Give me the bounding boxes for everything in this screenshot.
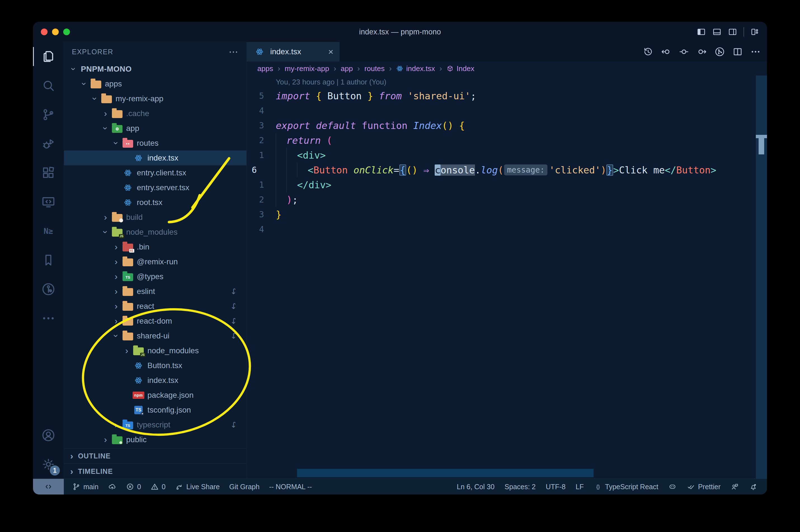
zoom-window-button[interactable] <box>63 28 70 35</box>
tree-item-index-tsx[interactable]: index.tsx <box>64 373 246 388</box>
tree-item--remix-run[interactable]: ›@remix-run <box>64 254 246 269</box>
breadcrumb-item-index[interactable]: Index <box>446 64 474 73</box>
tree-item--cache[interactable]: ›.cache <box>64 106 246 121</box>
status-item-ln-6-col-30[interactable]: Ln 6, Col 30 <box>457 483 495 491</box>
breadcrumb-item-my-remix-app[interactable]: my-remix-app <box>285 64 329 73</box>
tab-index-tsx[interactable]: index.tsx × <box>247 42 340 61</box>
section-label: OUTLINE <box>78 452 111 460</box>
code-area[interactable]: You, 23 hours ago | 1 author (You) 5impo… <box>247 76 767 479</box>
activity-bar-item-bookmarks[interactable] <box>33 246 64 275</box>
status-item-main[interactable]: main <box>72 482 98 491</box>
current-change-icon[interactable] <box>679 46 689 57</box>
code-line-5[interactable]: 5import { Button } from 'shared-ui'; <box>247 89 767 103</box>
toggle-primary-sidebar-icon[interactable] <box>697 27 706 37</box>
activity-bar-item-run-debug[interactable] <box>33 129 64 158</box>
status-item-lf[interactable]: LF <box>576 483 584 491</box>
tree-item-routes[interactable]: ›●●routes <box>64 136 246 151</box>
status-item-bell-icon[interactable] <box>749 482 758 491</box>
navigate-forward-icon[interactable] <box>697 46 707 57</box>
navigate-back-icon[interactable] <box>661 46 671 57</box>
tree-item-node-modules[interactable]: ›JSnode_modules <box>64 343 246 358</box>
tree-item-build[interactable]: ›build <box>64 210 246 225</box>
code-line-4[interactable]: 4 <box>247 103 767 118</box>
tree-item--types[interactable]: ›TS@types <box>64 269 246 284</box>
status-item-live-share[interactable]: Live Share <box>175 482 220 491</box>
code-line-3[interactable]: 3} <box>247 207 767 222</box>
activity-bar-item-more-views[interactable] <box>33 304 64 333</box>
status-item-0[interactable]: 0 <box>151 482 166 491</box>
activity-bar-item-remote-explorer[interactable] <box>33 187 64 216</box>
activity-bar-item-settings[interactable]: 1 <box>33 450 64 479</box>
window-controls[interactable] <box>41 22 70 42</box>
tree-item-apps[interactable]: ›apps <box>64 76 246 91</box>
tree-item-index-tsx[interactable]: index.tsx <box>64 151 246 165</box>
vertical-scrollbar[interactable] <box>756 76 767 479</box>
tree-item-package-json[interactable]: npmpackage.json <box>64 388 246 402</box>
remote-indicator[interactable] <box>33 479 64 495</box>
minimize-window-button[interactable] <box>52 28 59 35</box>
tree-item-node-modules[interactable]: ›JSnode_modules <box>64 225 246 240</box>
views-and-more-actions-icon[interactable]: ⋯ <box>229 46 239 57</box>
activity-bar-item-nx-console[interactable]: N≥ <box>33 216 64 246</box>
close-tab-icon[interactable]: × <box>328 47 334 57</box>
tree-item-typescript[interactable]: ›TStypescript↪ <box>64 417 246 432</box>
scrollbar-thumb[interactable] <box>759 138 764 154</box>
code-line-1[interactable]: 1<div> <box>247 148 767 163</box>
status-item-spaces-2[interactable]: Spaces: 2 <box>504 483 536 491</box>
line-number: 6 <box>247 165 276 175</box>
status-item-prettier[interactable]: Prettier <box>687 482 721 491</box>
tree-item-react-dom[interactable]: ›react-dom↪ <box>64 314 246 328</box>
file-history-icon[interactable] <box>643 46 653 57</box>
react-icon <box>132 154 145 162</box>
tree-item-shared-ui[interactable]: ›shared-ui↪ <box>64 328 246 343</box>
section-timeline[interactable]: ›TIMELINE <box>64 463 246 479</box>
activity-bar-item-search[interactable] <box>33 71 64 100</box>
more-actions-icon[interactable] <box>750 46 761 57</box>
status-item-copilot-icon[interactable] <box>668 482 677 491</box>
activity-bar-item-gitlens[interactable] <box>33 275 64 304</box>
breadcrumb-item-index-tsx[interactable]: index.tsx <box>396 64 435 73</box>
horizontal-scrollbar[interactable] <box>297 469 594 477</box>
tree-item-public[interactable]: ›☻public <box>64 432 246 447</box>
code-line-2[interactable]: 2return ( <box>247 133 767 148</box>
status-item-git-graph[interactable]: Git Graph <box>229 483 260 491</box>
tree-item--bin[interactable]: ›01.bin <box>64 240 246 254</box>
tree-item-entry-server-tsx[interactable]: entry.server.tsx <box>64 180 246 195</box>
code-line-6[interactable]: 6<Button onClick={() ⇒ console.log(messa… <box>247 163 767 177</box>
tree-item-entry-client-tsx[interactable]: entry.client.tsx <box>64 165 246 180</box>
activity-bar-item-explorer[interactable] <box>33 42 64 71</box>
status-item--normal-[interactable]: -- NORMAL -- <box>269 483 312 491</box>
tree-item-eslint[interactable]: ›eslint↪ <box>64 284 246 299</box>
code-line-3[interactable]: 3export default function Index() { <box>247 118 767 133</box>
tree-root-pnpm-mono[interactable]: ›PNPM-MONO <box>64 61 246 76</box>
activity-bar-item-accounts[interactable] <box>33 421 64 450</box>
close-window-button[interactable] <box>41 28 47 35</box>
chevron-right-icon: › <box>111 301 121 311</box>
breadcrumb-item-routes[interactable]: routes <box>364 64 385 73</box>
tree-item-my-remix-app[interactable]: ›my-remix-app <box>64 91 246 106</box>
section-outline[interactable]: ›OUTLINE <box>64 448 246 463</box>
activity-bar-item-extensions[interactable] <box>33 158 64 187</box>
status-item-cloud-upload-icon[interactable] <box>108 482 116 491</box>
tree-item-react[interactable]: ›react↪ <box>64 299 246 314</box>
code-line-4[interactable]: 4 <box>247 222 767 236</box>
status-item-utf-8[interactable]: UTF-8 <box>546 483 566 491</box>
tree-item-button-tsx[interactable]: Button.tsx <box>64 358 246 373</box>
tree-item-root-tsx[interactable]: root.tsx <box>64 195 246 210</box>
status-item-feedback-icon[interactable] <box>731 482 739 491</box>
tree-item-app[interactable]: ›⚙app <box>64 121 246 136</box>
npm-icon: npm <box>132 392 145 399</box>
breadcrumb-item-apps[interactable]: apps <box>258 64 273 73</box>
activity-bar-item-source-control[interactable] <box>33 100 64 129</box>
status-item-0[interactable]: 0 <box>126 482 141 491</box>
toggle-panel-icon[interactable] <box>712 27 722 37</box>
breadcrumb-item-app[interactable]: app <box>341 64 353 73</box>
split-editor-icon[interactable] <box>732 46 743 57</box>
code-line-2[interactable]: 2); <box>247 192 767 207</box>
status-item-typescript-react[interactable]: {}TypeScript React <box>594 482 658 491</box>
code-line-1[interactable]: 1</div> <box>247 177 767 192</box>
tree-item-tsconfig-json[interactable]: TStsconfig.json <box>64 402 246 417</box>
gitlens-graph-icon[interactable] <box>715 46 725 57</box>
customize-layout-icon[interactable] <box>750 27 760 37</box>
toggle-secondary-sidebar-icon[interactable] <box>728 27 737 37</box>
